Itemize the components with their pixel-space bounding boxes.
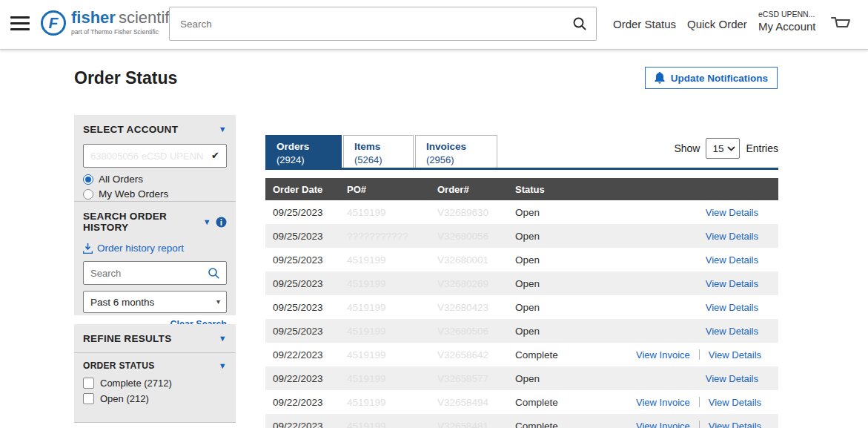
fisher-logo[interactable]: F fisherscientific part of Thermo Fisher… <box>41 9 181 36</box>
view-invoice-link[interactable]: View Invoice <box>636 397 690 408</box>
view-details-link[interactable]: View Details <box>706 373 758 384</box>
view-invoice-link[interactable]: View Invoice <box>636 349 690 360</box>
order-number-cell: V32658481 <box>437 421 515 428</box>
info-icon[interactable] <box>216 217 227 228</box>
radio-all-orders[interactable]: All Orders <box>83 174 227 185</box>
filter-complete[interactable]: Complete (2712) <box>83 378 227 389</box>
po-cell: 4519199 <box>347 326 437 337</box>
status-cell: Complete <box>515 397 636 408</box>
tab-count: (2956) <box>426 154 497 166</box>
global-search-input[interactable] <box>170 7 570 40</box>
order-number-cell: V32680423 <box>437 302 515 313</box>
divider <box>74 352 236 353</box>
view-details-link[interactable]: View Details <box>709 349 761 360</box>
update-notifications-button[interactable]: Update Notifications <box>645 67 778 89</box>
checkbox[interactable] <box>83 378 94 389</box>
global-header: F fisherscientific part of Thermo Fisher… <box>0 0 868 50</box>
view-details-link[interactable]: View Details <box>706 254 758 266</box>
tab-invoices[interactable]: Invoices (2956) <box>415 135 497 168</box>
radio-button[interactable] <box>83 189 93 200</box>
select-account-header[interactable]: SELECT ACCOUNT ▼ <box>83 124 227 135</box>
view-details-link[interactable]: View Details <box>709 397 761 408</box>
date-range-select[interactable]: Past 6 months ▾ <box>83 291 227 313</box>
nav-quick-order[interactable]: Quick Order <box>687 18 747 30</box>
radio-my-web-orders[interactable]: My Web Orders <box>83 188 227 200</box>
view-details-link[interactable]: View Details <box>706 207 758 218</box>
po-cell: ??????????? <box>347 231 437 242</box>
link-separator <box>699 397 700 407</box>
chevron-down-icon: ▼ <box>219 335 227 343</box>
checkbox[interactable] <box>83 393 94 404</box>
status-cell: Open <box>515 302 636 313</box>
bell-icon <box>655 72 665 84</box>
refine-results-title: REFINE RESULTS <box>83 333 171 344</box>
logo-tagline: part of Thermo Fisher Scientific <box>71 28 181 36</box>
order-number-cell: V32680056 <box>437 231 515 242</box>
refine-results-header[interactable]: REFINE RESULTS ▼ <box>83 333 227 344</box>
search-icon[interactable] <box>208 267 220 283</box>
order-search-input[interactable] <box>84 262 202 284</box>
show-entries: Show 15 Entries <box>674 138 778 159</box>
col-order-date: Order Date <box>265 184 347 195</box>
order-date-cell: 09/25/2023 <box>265 254 347 266</box>
main-content: Orders (2924) Items (5264) Invoices (295… <box>265 135 778 170</box>
po-cell: 4519199 <box>347 373 437 384</box>
orders-table-header: Order Date PO# Order# Status <box>265 178 778 200</box>
order-date-cell: 09/25/2023 <box>265 231 347 242</box>
cart-icon[interactable] <box>830 15 852 37</box>
my-account-label: My Account <box>758 20 816 33</box>
orders-table: Order Date PO# Order# Status 09/25/2023 … <box>265 178 778 428</box>
po-cell: 4519199 <box>347 397 437 408</box>
order-status-filter-header[interactable]: ORDER STATUS ▼ <box>83 360 227 371</box>
tab-label: Orders <box>276 139 341 154</box>
tab-orders[interactable]: Orders (2924) <box>265 135 342 168</box>
checkbox-label: Complete (2712) <box>100 378 172 389</box>
search-icon[interactable] <box>572 16 587 34</box>
global-search <box>169 7 597 41</box>
order-date-cell: 09/22/2023 <box>265 421 347 428</box>
order-date-cell: 09/25/2023 <box>265 326 347 337</box>
entries-select[interactable]: 15 <box>706 138 740 159</box>
view-details-link[interactable]: View Details <box>706 302 758 313</box>
po-cell: 4519199 <box>347 421 437 428</box>
entries-value: 15 <box>712 143 723 154</box>
table-row: 09/25/2023 4519199 V32680506 Open View D… <box>265 319 778 343</box>
account-name: eCSD UPENN... <box>758 10 816 19</box>
search-order-history-header[interactable]: SEARCH ORDER HISTORY ▼ <box>83 211 227 233</box>
order-number-cell: V32658577 <box>437 373 515 384</box>
radio-button[interactable] <box>83 174 93 185</box>
page-title: Order Status <box>74 68 177 88</box>
po-cell: 4519199 <box>347 302 437 313</box>
order-date-cell: 09/25/2023 <box>265 278 347 289</box>
nav-order-status[interactable]: Order Status <box>613 18 676 30</box>
menu-icon[interactable] <box>10 16 30 33</box>
status-cell: Complete <box>515 349 636 360</box>
tab-items[interactable]: Items (5264) <box>343 135 414 168</box>
entries-label: Entries <box>746 142 778 154</box>
radio-label: My Web Orders <box>99 188 168 200</box>
order-number-cell: V32680001 <box>437 254 515 266</box>
order-number-cell: V32658642 <box>437 349 515 360</box>
show-label: Show <box>674 142 700 154</box>
order-history-report-link[interactable]: Order history report <box>83 243 227 254</box>
table-row: 09/22/2023 4519199 V32658494 Complete Vi… <box>265 390 778 414</box>
view-details-link[interactable]: View Details <box>706 231 758 242</box>
search-order-history-panel: SEARCH ORDER HISTORY ▼ Order history rep… <box>74 202 236 315</box>
table-row: 09/25/2023 4519199 V32680269 Open View D… <box>265 271 778 295</box>
order-table-body: 09/25/2023 4519199 V32689630 Open View D… <box>265 200 778 428</box>
order-date-cell: 09/22/2023 <box>265 397 347 408</box>
table-row: 09/22/2023 4519199 V32658642 Complete Vi… <box>265 343 778 366</box>
fisher-monogram-icon: F <box>41 10 66 36</box>
view-details-link[interactable]: View Details <box>706 326 758 337</box>
status-cell: Open <box>515 326 636 337</box>
table-row: 09/25/2023 4519199 V32689630 Open View D… <box>265 200 778 224</box>
my-account-menu[interactable]: eCSD UPENN... My Account <box>758 10 816 33</box>
status-cell: Open <box>515 207 636 218</box>
view-details-link[interactable]: View Details <box>706 278 758 289</box>
view-details-link[interactable]: View Details <box>709 421 761 428</box>
chevron-down-icon: ▼ <box>203 218 211 226</box>
view-invoice-link[interactable]: View Invoice <box>636 421 690 428</box>
filter-open[interactable]: Open (212) <box>83 393 227 404</box>
select-account-title: SELECT ACCOUNT <box>83 124 178 135</box>
account-select[interactable]: 638005056 eCSD UPENN ✔ <box>83 144 227 168</box>
